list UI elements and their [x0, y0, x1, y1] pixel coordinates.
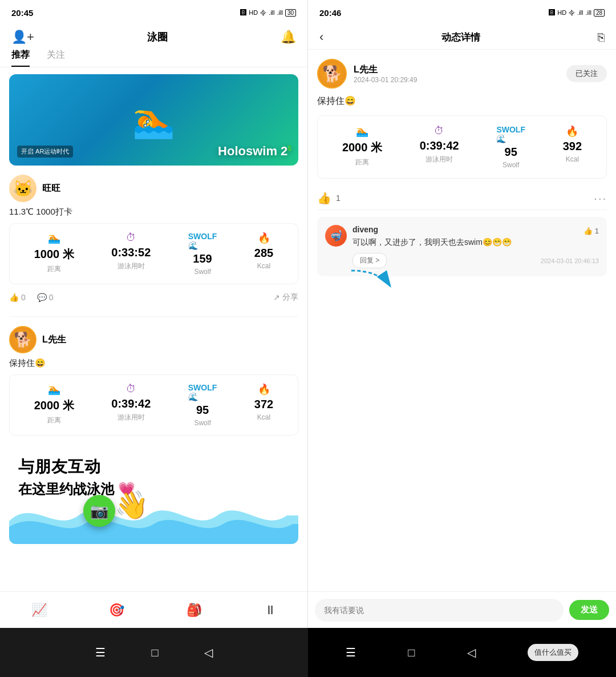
left-status-time: 20:45 — [11, 8, 33, 18]
post1-username: 旺旺 — [42, 183, 60, 195]
left-bottom-nav: 📈 🎯 🎒 ⏸ — [0, 591, 307, 628]
menu-icon-left[interactable]: ☰ — [95, 646, 106, 659]
tab-recommend[interactable]: 推荐 — [11, 49, 30, 67]
promo-sub-text: 在这里约战泳池 💗 — [18, 480, 289, 498]
detail-swolf-label: Swolf — [502, 161, 519, 169]
left-top-nav: 👤+ 泳圈 🔔 — [0, 25, 307, 49]
nav-discover[interactable]: 🎯 — [109, 603, 124, 618]
post1-comment-action[interactable]: 💬 0 — [37, 293, 54, 302]
post1-distance-stat: 🏊 1000 米 距离 — [34, 232, 74, 276]
menu-icon-right[interactable]: ☰ — [346, 646, 356, 659]
detail-time-value: 0:39:42 — [420, 139, 459, 152]
pool-icon: 🏊 — [48, 232, 60, 244]
system-bottom-bar: ☰ □ ◁ ☰ □ ◁ 值什么值买 — [0, 628, 616, 677]
comment-text: 可以啊，又进步了，我明天也去swim😊😁😁 — [352, 236, 599, 248]
post1-like-count: 0 — [21, 293, 26, 302]
back-icon-left[interactable]: ◁ — [204, 646, 213, 659]
follow-button[interactable]: 已关注 — [566, 65, 607, 82]
post1-share-action[interactable]: ↗ 分享 — [273, 292, 298, 303]
post1-avatar[interactable]: 🐱 — [9, 175, 37, 202]
comment-like-action[interactable]: 👍 1 — [583, 227, 599, 235]
post-lxiansheng: 🐕 L先生 保持住😄 🏊 2000 米 距离 ⏱ 0:39:42 游泳用时 — [9, 326, 298, 436]
post1-stats: 🏊 1000 米 距离 ⏱ 0:33:52 游泳用时 SWOLF🌊 159 Sw… — [9, 223, 298, 284]
left-status-bar: 20:45 🅱 HD 令 .ill .ill 30 — [0, 0, 307, 25]
detail-kcal-value: 392 — [563, 140, 582, 153]
detail-distance-label: 距离 — [355, 158, 369, 167]
detail-kcal-stat: 🔥 392 Kcal — [563, 125, 582, 169]
post2-swolf-stat: SWOLF🌊 95 Swolf — [188, 383, 217, 427]
post2-swolf-value: 95 — [196, 404, 209, 417]
promo-section: 与朋友互动 在这里约战泳池 💗 📷 👋 — [9, 447, 298, 544]
nav-pause[interactable]: ⏸ — [264, 603, 277, 618]
add-user-icon[interactable]: 👤+ — [11, 30, 34, 45]
post1-swolf-value: 159 — [193, 252, 212, 265]
more-options-icon[interactable]: ··· — [594, 192, 607, 205]
comment-body: diveng 👍 1 可以啊，又进步了，我明天也去swim😊😁😁 回复 > 20… — [352, 225, 599, 268]
detail-flame-icon: 🔥 — [566, 125, 578, 138]
share-icon: ↗ — [273, 293, 280, 302]
post1-time-value: 0:33:52 — [111, 246, 151, 259]
comment-input[interactable] — [315, 599, 564, 622]
banner[interactable]: 🏊 开启 AR运动时代 Holoswim 2$ — [9, 74, 298, 166]
post1-distance-value: 1000 米 — [34, 247, 74, 262]
right-status-bar: 20:46 🅱 HD 令 .ill .ill 28 — [308, 0, 616, 25]
swolf-icon2: SWOLF🌊 — [188, 383, 217, 401]
send-button[interactable]: 发送 — [569, 600, 609, 620]
feed-separator — [9, 316, 298, 317]
post2-kcal-value: 372 — [254, 398, 273, 411]
left-panel: 20:45 🅱 HD 令 .ill .ill 30 👤+ 泳圈 🔔 推荐 关注 — [0, 0, 308, 628]
detail-distance-value: 2000 米 — [342, 140, 382, 155]
right-content: 🐕 L先生 2024-03-01 20:29:49 已关注 保持住😄 🏊 200… — [308, 50, 616, 591]
comment-avatar[interactable]: 🤿 — [325, 225, 347, 247]
swolf-icon: SWOLF🌊 — [188, 232, 217, 250]
right-top-nav: ‹ 动态详情 ⎘ — [308, 25, 616, 50]
left-feed: 🏊 开启 AR运动时代 Holoswim 2$ 🐱 旺旺 11.3℃ 1000打… — [0, 67, 307, 591]
detail-username: L先生 — [354, 64, 560, 76]
post1-distance-label: 距离 — [47, 264, 61, 274]
detail-like-icon[interactable]: 👍 — [317, 191, 331, 205]
right-bottom-bar: 发送 — [308, 591, 616, 628]
detail-like-row: 👍 1 ··· — [317, 187, 607, 210]
right-panel: 20:46 🅱 HD 令 .ill .ill 28 ‹ 动态详情 ⎘ 🐕 L先生 — [308, 0, 616, 628]
post1-like-action[interactable]: 👍 0 — [9, 293, 26, 302]
timer-icon: ⏱ — [126, 232, 136, 244]
detail-desc: 保持住😄 — [317, 95, 607, 107]
post2-distance-label: 距离 — [47, 416, 61, 425]
post2-header: 🐕 L先生 — [9, 326, 298, 353]
post1-kcal-label: Kcal — [257, 262, 270, 270]
zhihu-badge[interactable]: 值什么值买 — [528, 644, 578, 661]
post2-swolf-label: Swolf — [194, 419, 210, 427]
detail-swolf-value: 95 — [505, 146, 517, 159]
left-tabs: 推荐 关注 — [0, 49, 307, 67]
arrow-decoration-area — [317, 265, 607, 299]
post1-desc: 11.3℃ 1000打卡 — [9, 207, 298, 217]
nav-bag[interactable]: 🎒 — [187, 603, 202, 618]
back-button[interactable]: ‹ — [319, 30, 323, 45]
post1-header: 🐱 旺旺 — [9, 175, 298, 202]
notification-icon[interactable]: 🔔 — [281, 30, 296, 45]
post2-stats: 🏊 2000 米 距离 ⏱ 0:39:42 游泳用时 SWOLF🌊 95 Swo… — [9, 374, 298, 436]
back-icon-right[interactable]: ◁ — [467, 646, 476, 659]
comment-like-icon: 👍 — [583, 227, 593, 235]
post-wangwang: 🐱 旺旺 11.3℃ 1000打卡 🏊 1000 米 距离 ⏱ 0:33:52 … — [9, 175, 298, 305]
nav-analytics[interactable]: 📈 — [31, 603, 47, 618]
post2-distance-value: 2000 米 — [34, 398, 74, 413]
dashed-arrow-svg — [346, 265, 403, 293]
detail-time-stat: ⏱ 0:39:42 游泳用时 — [420, 125, 459, 169]
home-icon-right[interactable]: □ — [408, 646, 415, 659]
post2-username: L先生 — [42, 334, 66, 346]
right-status-time: 20:46 — [319, 8, 341, 18]
detail-timer-icon: ⏱ — [434, 125, 444, 137]
detail-swolf-icon: SWOLF🌊 — [496, 125, 525, 143]
post2-time-value: 0:39:42 — [111, 397, 151, 410]
comment-time: 2024-03-01 20:46:13 — [541, 257, 599, 264]
post2-avatar[interactable]: 🐕 — [9, 326, 37, 353]
detail-avatar[interactable]: 🐕 — [317, 59, 347, 88]
tab-follow[interactable]: 关注 — [47, 49, 65, 67]
home-icon-left[interactable]: □ — [151, 646, 158, 659]
post2-time-stat: ⏱ 0:39:42 游泳用时 — [111, 383, 151, 427]
share-button[interactable]: ⎘ — [598, 31, 605, 44]
detail-swolf-stat: SWOLF🌊 95 Swolf — [496, 125, 525, 169]
camera-button[interactable]: 📷 — [83, 495, 115, 527]
comment-like-count: 1 — [595, 227, 599, 235]
